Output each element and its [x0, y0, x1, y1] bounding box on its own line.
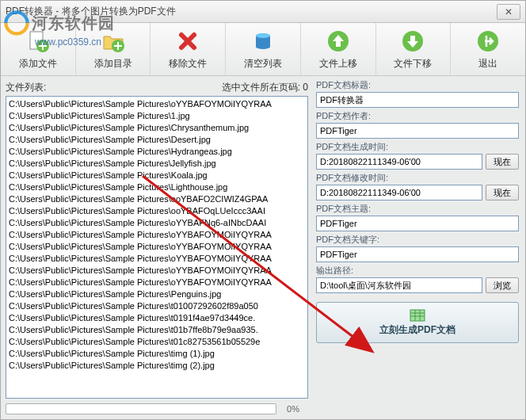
pdf-keywords-label: PDF文档关键字:	[316, 234, 519, 246]
close-button[interactable]: ✕	[497, 4, 520, 20]
pdf-keywords-input[interactable]	[316, 246, 519, 262]
window-title: PDF转换器 - 将多个图片转换为PDF文件	[6, 5, 497, 18]
move-up-button[interactable]: 文件上移	[301, 23, 376, 75]
file-list-item[interactable]: C:\Users\Public\Pictures\Sample Pictures…	[9, 217, 305, 229]
file-list-item[interactable]: C:\Users\Public\Pictures\Sample Pictures…	[9, 205, 305, 217]
progress-bar	[6, 403, 276, 414]
file-list-item[interactable]: C:\Users\Public\Pictures\Sample Pictures…	[9, 229, 305, 241]
browse-button[interactable]: 浏览	[486, 277, 519, 293]
output-path-input[interactable]	[316, 277, 482, 293]
clear-icon	[250, 29, 276, 54]
generate-pdf-button[interactable]: 立刻生成PDF文档	[316, 302, 519, 343]
add-folder-icon	[101, 29, 126, 54]
pdf-subject-label: PDF文档主题:	[316, 203, 519, 215]
output-path-label: 输出路径:	[316, 265, 519, 277]
add-folder-button[interactable]: 添加目录	[76, 23, 151, 75]
toolbtn-label: 移除文件	[169, 57, 207, 71]
up-icon	[326, 29, 351, 54]
down-icon	[400, 29, 425, 54]
generate-label: 立刻生成PDF文档	[379, 323, 455, 337]
pdf-author-input[interactable]	[316, 123, 519, 139]
svg-rect-8	[410, 310, 425, 321]
file-list-item[interactable]: C:\Users\Public\Pictures\Sample Pictures…	[9, 134, 305, 146]
clear-list-button[interactable]: 清空列表	[226, 23, 301, 75]
pdf-title-label: PDF文档标题:	[316, 79, 519, 91]
toolbtn-label: 添加目录	[94, 57, 132, 71]
file-list-item[interactable]: C:\Users\Public\Pictures\Sample Pictures…	[9, 110, 305, 122]
file-list-item[interactable]: C:\Users\Public\Pictures\Sample Pictures…	[9, 241, 305, 253]
toolbtn-label: 文件上移	[319, 57, 357, 71]
modified-now-button[interactable]: 现在	[486, 185, 519, 200]
file-list-item[interactable]: C:\Users\Public\Pictures\Sample Pictures…	[9, 98, 305, 110]
exit-icon	[475, 29, 501, 54]
toolbtn-label: 添加文件	[19, 57, 57, 71]
file-list-label: 文件列表:	[6, 81, 222, 94]
remove-file-button[interactable]: 移除文件	[151, 23, 226, 75]
pdf-created-input[interactable]	[316, 154, 482, 170]
file-list-item[interactable]: C:\Users\Public\Pictures\Sample Pictures…	[9, 265, 305, 277]
file-list-item[interactable]: C:\Users\Public\Pictures\Sample Pictures…	[9, 360, 305, 372]
file-list-item[interactable]: C:\Users\Public\Pictures\Sample Pictures…	[9, 300, 305, 312]
exit-button[interactable]: 退出	[451, 23, 525, 75]
remove-icon	[175, 29, 200, 54]
file-list-item[interactable]: C:\Users\Public\Pictures\Sample Pictures…	[9, 312, 305, 324]
generate-icon	[410, 309, 425, 322]
file-list-item[interactable]: C:\Users\Public\Pictures\Sample Pictures…	[9, 288, 305, 300]
file-list-item[interactable]: C:\Users\Public\Pictures\Sample Pictures…	[9, 336, 305, 348]
toolbtn-label: 文件下移	[394, 57, 432, 71]
pdf-modified-label: PDF文档修改时间:	[316, 172, 519, 184]
pdf-modified-input[interactable]	[316, 185, 482, 200]
progress-percent: 0%	[281, 404, 305, 414]
add-file-button[interactable]: 添加文件	[1, 23, 76, 75]
svg-point-4	[256, 33, 270, 38]
toolbtn-label: 清空列表	[244, 57, 282, 71]
pdf-title-input[interactable]	[316, 92, 519, 108]
file-list-item[interactable]: C:\Users\Public\Pictures\Sample Pictures…	[9, 193, 305, 205]
file-list-item[interactable]: C:\Users\Public\Pictures\Sample Pictures…	[9, 277, 305, 288]
add-file-icon	[25, 29, 51, 54]
file-list-item[interactable]: C:\Users\Public\Pictures\Sample Pictures…	[9, 146, 305, 158]
move-down-button[interactable]: 文件下移	[376, 23, 452, 75]
page-index-label: 选中文件所在页码: 0	[222, 81, 308, 94]
file-list[interactable]: C:\Users\Public\Pictures\Sample Pictures…	[6, 96, 308, 399]
file-list-item[interactable]: C:\Users\Public\Pictures\Sample Pictures…	[9, 122, 305, 134]
pdf-created-label: PDF文档生成时间:	[316, 141, 519, 153]
pdf-author-label: PDF文档作者:	[316, 110, 519, 122]
pdf-subject-input[interactable]	[316, 216, 519, 231]
file-list-item[interactable]: C:\Users\Public\Pictures\Sample Pictures…	[9, 181, 305, 193]
file-list-item[interactable]: C:\Users\Public\Pictures\Sample Pictures…	[9, 158, 305, 170]
toolbtn-label: 退出	[478, 57, 497, 71]
file-list-item[interactable]: C:\Users\Public\Pictures\Sample Pictures…	[9, 170, 305, 181]
file-list-item[interactable]: C:\Users\Public\Pictures\Sample Pictures…	[9, 253, 305, 265]
created-now-button[interactable]: 现在	[486, 154, 519, 170]
titlebar: PDF转换器 - 将多个图片转换为PDF文件 ✕	[1, 1, 525, 23]
toolbar: 添加文件添加目录移除文件清空列表文件上移文件下移退出	[1, 23, 525, 76]
file-list-item[interactable]: C:\Users\Public\Pictures\Sample Pictures…	[9, 348, 305, 360]
file-list-item[interactable]: C:\Users\Public\Pictures\Sample Pictures…	[9, 324, 305, 336]
